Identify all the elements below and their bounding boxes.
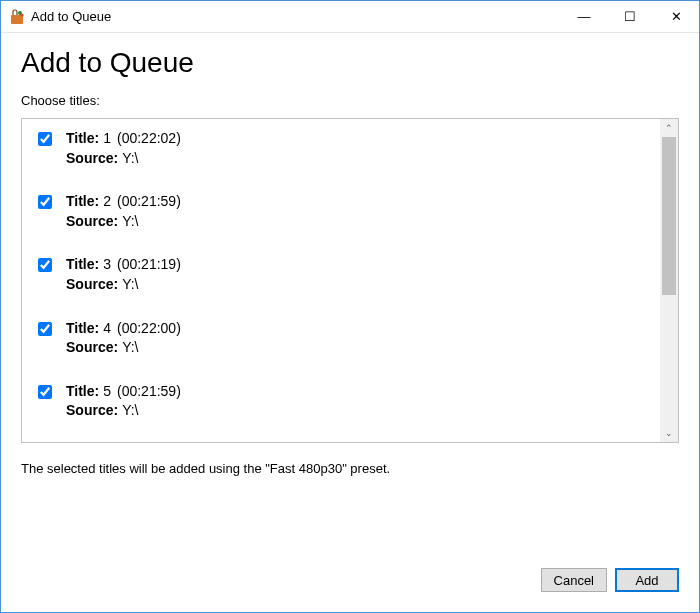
source-label: Source: xyxy=(66,339,118,355)
close-icon: ✕ xyxy=(671,9,682,24)
item-text: Title:5(00:21:59)Source:Y:\ xyxy=(66,382,181,421)
source-line: Source:Y:\ xyxy=(66,149,181,169)
dialog-content: Add to Queue Choose titles: Title:1(00:2… xyxy=(1,33,699,612)
title-label: Title: xyxy=(66,383,99,399)
window-controls: — ☐ ✕ xyxy=(561,1,699,32)
source-path: Y:\ xyxy=(122,276,138,292)
item-text: Title:1(00:22:02)Source:Y:\ xyxy=(66,129,181,168)
scroll-down-button[interactable]: ⌄ xyxy=(660,424,678,442)
title-line: Title:2(00:21:59) xyxy=(66,192,181,212)
close-button[interactable]: ✕ xyxy=(653,1,699,32)
title-checkbox[interactable] xyxy=(38,195,52,209)
list-item: Title:3(00:21:19)Source:Y:\ xyxy=(38,255,654,294)
maximize-button[interactable]: ☐ xyxy=(607,1,653,32)
title-number: 3 xyxy=(103,256,111,272)
add-button[interactable]: Add xyxy=(615,568,679,592)
title-number: 5 xyxy=(103,383,111,399)
app-icon xyxy=(9,9,25,25)
list-item: Title:2(00:21:59)Source:Y:\ xyxy=(38,192,654,231)
title-label: Title: xyxy=(66,320,99,336)
title-duration: (00:22:02) xyxy=(117,130,181,146)
title-number: 4 xyxy=(103,320,111,336)
source-line: Source:Y:\ xyxy=(66,338,181,358)
window-title: Add to Queue xyxy=(31,9,561,24)
source-line: Source:Y:\ xyxy=(66,401,181,421)
title-line: Title:1(00:22:02) xyxy=(66,129,181,149)
choose-titles-label: Choose titles: xyxy=(21,93,679,108)
minimize-icon: — xyxy=(578,9,591,24)
chevron-down-icon: ⌄ xyxy=(665,428,673,438)
cancel-button[interactable]: Cancel xyxy=(541,568,607,592)
titlebar[interactable]: Add to Queue — ☐ ✕ xyxy=(1,1,699,33)
title-number: 1 xyxy=(103,130,111,146)
title-line: Title:5(00:21:59) xyxy=(66,382,181,402)
item-text: Title:2(00:21:59)Source:Y:\ xyxy=(66,192,181,231)
title-checkbox[interactable] xyxy=(38,385,52,399)
button-row: Cancel Add xyxy=(21,548,679,598)
svg-rect-0 xyxy=(11,15,23,24)
scroll-up-button[interactable]: ⌃ xyxy=(660,119,678,137)
source-label: Source: xyxy=(66,150,118,166)
title-label: Title: xyxy=(66,256,99,272)
list-item: Title:4(00:22:00)Source:Y:\ xyxy=(38,319,654,358)
title-checkbox[interactable] xyxy=(38,132,52,146)
svg-point-2 xyxy=(21,13,24,16)
title-label: Title: xyxy=(66,193,99,209)
dialog-window: Add to Queue — ☐ ✕ Add to Queue Choose t… xyxy=(0,0,700,613)
scrollbar[interactable]: ⌃ ⌄ xyxy=(660,119,678,442)
source-path: Y:\ xyxy=(122,402,138,418)
source-path: Y:\ xyxy=(122,339,138,355)
chevron-up-icon: ⌃ xyxy=(665,123,673,133)
title-duration: (00:21:19) xyxy=(117,256,181,272)
title-label: Title: xyxy=(66,130,99,146)
title-checkbox[interactable] xyxy=(38,322,52,336)
preset-info-text: The selected titles will be added using … xyxy=(21,461,679,476)
title-duration: (00:21:59) xyxy=(117,383,181,399)
title-duration: (00:21:59) xyxy=(117,193,181,209)
scrollbar-track[interactable] xyxy=(660,137,678,424)
source-label: Source: xyxy=(66,213,118,229)
source-path: Y:\ xyxy=(122,213,138,229)
minimize-button[interactable]: — xyxy=(561,1,607,32)
maximize-icon: ☐ xyxy=(624,9,636,24)
scrollbar-thumb[interactable] xyxy=(662,137,676,295)
title-number: 2 xyxy=(103,193,111,209)
item-text: Title:4(00:22:00)Source:Y:\ xyxy=(66,319,181,358)
source-label: Source: xyxy=(66,402,118,418)
titles-list[interactable]: Title:1(00:22:02)Source:Y:\Title:2(00:21… xyxy=(22,119,660,442)
list-item: Title:1(00:22:02)Source:Y:\ xyxy=(38,129,654,168)
title-line: Title:4(00:22:00) xyxy=(66,319,181,339)
title-checkbox[interactable] xyxy=(38,258,52,272)
title-line: Title:3(00:21:19) xyxy=(66,255,181,275)
source-path: Y:\ xyxy=(122,150,138,166)
title-duration: (00:22:00) xyxy=(117,320,181,336)
list-item: Title:5(00:21:59)Source:Y:\ xyxy=(38,382,654,421)
source-label: Source: xyxy=(66,276,118,292)
source-line: Source:Y:\ xyxy=(66,275,181,295)
item-text: Title:3(00:21:19)Source:Y:\ xyxy=(66,255,181,294)
page-title: Add to Queue xyxy=(21,47,679,79)
titles-list-container: Title:1(00:22:02)Source:Y:\Title:2(00:21… xyxy=(21,118,679,443)
source-line: Source:Y:\ xyxy=(66,212,181,232)
